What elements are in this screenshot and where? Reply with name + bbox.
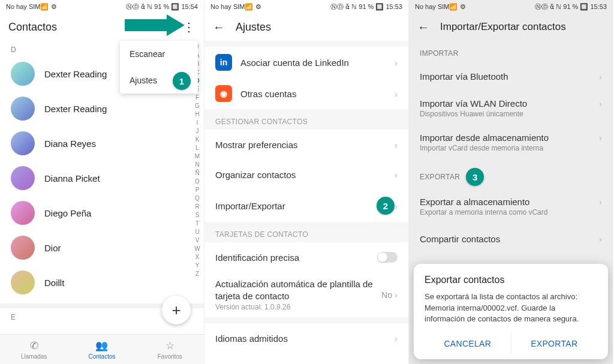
- section-import: IMPORTAR: [409, 41, 613, 61]
- callout-badge-1: 1: [173, 72, 191, 90]
- contact-name: Dexter Reading: [44, 104, 107, 114]
- status-left: No hay SIM📶 ⚙︎: [210, 3, 261, 11]
- contact-name: Doillt: [44, 278, 64, 288]
- status-left: No hay SIM📶 ⚙︎: [6, 3, 57, 11]
- toggle-switch[interactable]: [377, 252, 398, 263]
- alpha-letter[interactable]: I: [193, 119, 201, 127]
- contact-name: Diego Peña: [44, 208, 91, 218]
- chevron-right-icon: ›: [395, 140, 398, 150]
- nav-contacts[interactable]: 👥Contactos: [68, 335, 136, 364]
- import-export-screen: No hay SIM📶 ⚙︎ ⓃⒹ ᾰ ℕ 91 % 🔲 15:53 ← Imp…: [409, 0, 613, 364]
- alpha-letter[interactable]: L: [193, 144, 201, 152]
- avatar: [11, 131, 35, 155]
- row-organize[interactable]: Organizar contactos›: [204, 160, 408, 189]
- avatar: [11, 270, 35, 294]
- row-precise-id[interactable]: Identificación precisa: [204, 242, 408, 272]
- back-button[interactable]: ←: [417, 20, 429, 34]
- row-import-storage[interactable]: Importar desde almacenamiento› Importar …: [409, 125, 613, 160]
- dialog-actions: CANCELAR EXPORTAR: [425, 333, 597, 354]
- row-import-bluetooth[interactable]: Importar vía Bluetooth›: [409, 61, 613, 91]
- contact-row[interactable]: Dior: [0, 230, 204, 265]
- alpha-letter[interactable]: K: [193, 136, 201, 144]
- alpha-letter[interactable]: G: [193, 102, 201, 110]
- linkedin-icon: in: [215, 54, 232, 71]
- callout-arrow: [125, 14, 185, 40]
- chevron-right-icon: ›: [395, 201, 398, 211]
- overflow-menu-icon[interactable]: ⋮: [183, 20, 195, 34]
- chevron-right-icon: ›: [599, 234, 602, 244]
- alpha-letter[interactable]: U: [193, 228, 201, 236]
- phone-icon: ✆: [30, 339, 38, 352]
- contact-row[interactable]: Diego Peña: [0, 195, 204, 230]
- alpha-letter[interactable]: H: [193, 110, 201, 119]
- alpha-letter[interactable]: R: [193, 203, 201, 211]
- row-import-export[interactable]: Importar/Exportar 2 ›: [204, 189, 408, 222]
- avatar: [11, 201, 35, 225]
- row-display-prefs[interactable]: Mostrar preferencias›: [204, 130, 408, 160]
- avatar: [11, 97, 35, 121]
- chevron-right-icon: ›: [395, 170, 398, 180]
- alpha-letter[interactable]: X: [193, 253, 201, 261]
- status-right: ⓃⒹ ᾰ ℕ 91 % 🔲 15:53: [330, 2, 402, 11]
- alpha-letter[interactable]: Z: [193, 270, 201, 278]
- alpha-letter[interactable]: N: [193, 161, 201, 169]
- row-auto-update[interactable]: Actualización automática de plantilla de…: [204, 272, 408, 317]
- chevron-right-icon: ›: [395, 89, 398, 99]
- contact-row[interactable]: Diana Reyes: [0, 126, 204, 161]
- chevron-right-icon: ›: [599, 98, 602, 109]
- back-button[interactable]: ←: [213, 20, 225, 34]
- alpha-letter[interactable]: J: [193, 127, 201, 136]
- alpha-letter[interactable]: Y: [193, 261, 201, 270]
- alpha-letter[interactable]: T: [193, 219, 201, 228]
- alpha-letter[interactable]: P: [193, 186, 201, 194]
- alpha-letter[interactable]: Ñ: [193, 169, 201, 178]
- row-export-storage[interactable]: Exportar a almacenamiento› Exportar a me…: [409, 189, 613, 224]
- add-contact-fab[interactable]: +: [162, 296, 191, 324]
- export-button[interactable]: EXPORTAR: [511, 333, 598, 354]
- alpha-letter[interactable]: V: [193, 236, 201, 245]
- contacts-icon: 👥: [95, 339, 108, 352]
- alpha-letter[interactable]: W: [193, 245, 201, 253]
- header: ← Importar/Exportar contactos: [409, 13, 613, 41]
- alpha-letter[interactable]: S: [193, 211, 201, 219]
- row-share-contacts[interactable]: Compartir contactos›: [409, 224, 613, 254]
- status-left: No hay SIM📶 ⚙︎: [415, 3, 466, 11]
- chevron-right-icon: ›: [395, 290, 398, 300]
- avatar: [11, 166, 35, 190]
- value-no: No: [381, 290, 392, 300]
- callout-badge-3: 3: [466, 168, 484, 186]
- star-icon: ☆: [165, 339, 174, 352]
- dialog-body: Se exportará la lista de contactos al ar…: [425, 291, 597, 324]
- alpha-letter[interactable]: O: [193, 178, 201, 186]
- contact-row[interactable]: Dexter Reading: [0, 91, 204, 126]
- contact-name: Diana Reyes: [44, 139, 96, 149]
- alpha-letter[interactable]: F: [193, 94, 201, 102]
- page-title: Contactos: [8, 21, 57, 34]
- avatar: [11, 62, 35, 86]
- status-bar: No hay SIM📶 ⚙︎ ⓃⒹ ᾰ ℕ 91 % 🔲 15:53: [204, 0, 408, 13]
- section-export: EXPORTAR 3: [409, 160, 613, 189]
- chevron-right-icon: ›: [599, 71, 602, 82]
- header: ← Ajustes: [204, 13, 408, 41]
- nav-favorites[interactable]: ☆Favoritos: [136, 335, 204, 364]
- contact-row[interactable]: Dianna Picket: [0, 161, 204, 195]
- dialog-title: Exportar contactos: [425, 275, 597, 285]
- alpha-letter[interactable]: M: [193, 152, 201, 161]
- row-languages[interactable]: Idiomas admitidos›: [204, 323, 408, 353]
- menu-scan[interactable]: Escanear: [120, 41, 198, 67]
- row-linkedin[interactable]: in Asociar cuenta de LinkedIn ›: [204, 47, 408, 78]
- contact-row[interactable]: Doillt: [0, 265, 204, 300]
- export-dialog: Exportar contactos Se exportará la lista…: [414, 264, 608, 359]
- row-about[interactable]: Acerca de›: [204, 353, 408, 364]
- row-other-accounts[interactable]: ◉ Otras cuentas ›: [204, 78, 408, 109]
- contact-name: Dexter Reading: [44, 69, 107, 79]
- chevron-right-icon: ›: [395, 333, 398, 344]
- nav-calls[interactable]: ✆Llamadas: [0, 335, 68, 364]
- section-cards: TARJETAS DE CONTACTO: [204, 222, 408, 242]
- status-right: ⓃⒹ ᾰ ℕ 91 % 🔲 15:54: [126, 2, 198, 11]
- row-import-wlan[interactable]: Importar vía WLAN Directo› Dispositivos …: [409, 91, 613, 125]
- alpha-letter[interactable]: Q: [193, 194, 201, 203]
- chevron-right-icon: ›: [395, 58, 398, 68]
- cancel-button[interactable]: CANCELAR: [425, 333, 511, 354]
- status-bar: No hay SIM📶 ⚙︎ ⓃⒹ ᾰ ℕ 91 % 🔲 15:54: [0, 0, 204, 13]
